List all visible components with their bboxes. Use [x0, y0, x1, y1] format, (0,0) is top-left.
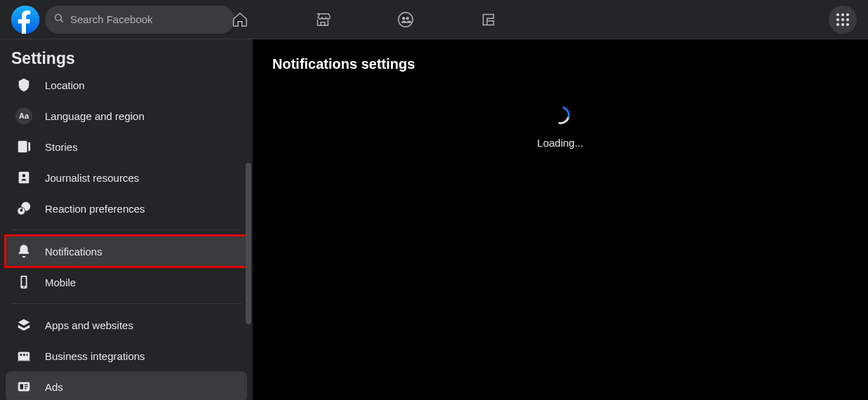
sidebar-item-label: Reaction preferences [45, 203, 145, 215]
sidebar-item-label: Apps and websites [45, 319, 133, 331]
loading-area: Loading... [272, 106, 848, 149]
sidebar-item-label: Ads [45, 381, 63, 393]
marketplace-icon[interactable] [313, 10, 333, 29]
sidebar-item-label: Location [45, 79, 85, 91]
top-bar [0, 0, 868, 39]
svg-point-7 [22, 174, 26, 178]
journalist-icon [11, 165, 36, 190]
sidebar-item-journalist[interactable]: Journalist resources [6, 162, 247, 193]
svg-point-3 [398, 12, 412, 26]
mobile-icon [11, 269, 36, 295]
center-nav [230, 10, 498, 29]
svg-point-5 [406, 17, 408, 20]
sidebar-item-mobile[interactable]: Mobile [6, 267, 247, 298]
sidebar-item-notifications[interactable]: Notifications [6, 236, 247, 267]
sidebar-item-label: Stories [45, 141, 78, 153]
sidebar-item-ads[interactable]: Ads [6, 371, 247, 400]
search-icon [53, 13, 65, 27]
sidebar-item-label: Journalist resources [45, 172, 139, 184]
language-icon: Aa [11, 103, 36, 128]
reactions-icon [11, 196, 36, 221]
apps-icon [11, 312, 36, 338]
spinner-icon [552, 106, 570, 124]
svg-rect-16 [27, 354, 28, 356]
sidebar-item-reactions[interactable]: Reaction preferences [6, 193, 247, 224]
svg-rect-11 [22, 277, 26, 286]
search-input[interactable] [70, 13, 226, 25]
svg-rect-14 [20, 354, 22, 356]
sidebar-item-location[interactable]: Location [6, 74, 247, 100]
location-icon [11, 74, 36, 98]
loading-text: Loading... [272, 137, 848, 149]
svg-rect-15 [23, 354, 25, 356]
facebook-logo[interactable] [11, 6, 39, 34]
sidebar-divider [11, 229, 241, 230]
sidebar-title: Settings [0, 39, 253, 74]
svg-rect-6 [19, 172, 29, 184]
svg-point-4 [402, 17, 405, 20]
groups-icon[interactable] [396, 10, 415, 29]
stories-icon [11, 134, 36, 159]
bell-icon [11, 239, 36, 264]
sidebar-item-language[interactable]: Aa Language and region [6, 100, 247, 131]
search-box[interactable] [45, 6, 234, 34]
menu-button[interactable] [829, 6, 857, 34]
svg-line-2 [60, 20, 62, 22]
sidebar-item-business[interactable]: Business integrations [6, 340, 247, 371]
sidebar-item-label: Mobile [45, 276, 76, 288]
sidebar-item-label: Business integrations [45, 350, 145, 362]
ads-icon [11, 374, 36, 399]
svg-rect-13 [18, 352, 30, 361]
svg-rect-18 [20, 384, 24, 389]
home-icon[interactable] [230, 10, 250, 29]
gaming-icon[interactable] [479, 10, 498, 29]
svg-point-12 [23, 286, 25, 288]
sidebar-item-apps[interactable]: Apps and websites [6, 309, 247, 340]
sidebar-item-label: Language and region [45, 110, 145, 122]
content-area: Notifications settings Loading... [253, 39, 868, 400]
business-icon [11, 343, 36, 368]
settings-sidebar: Settings Location Aa Language and region [0, 39, 253, 400]
sidebar-item-label: Notifications [45, 246, 102, 258]
sidebar-divider [11, 303, 241, 304]
page-title: Notifications settings [272, 56, 848, 72]
svg-rect-17 [18, 382, 30, 392]
menu-grid-icon [836, 13, 849, 26]
sidebar-scrollbar[interactable] [246, 163, 251, 324]
sidebar-item-stories[interactable]: Stories [6, 131, 247, 162]
